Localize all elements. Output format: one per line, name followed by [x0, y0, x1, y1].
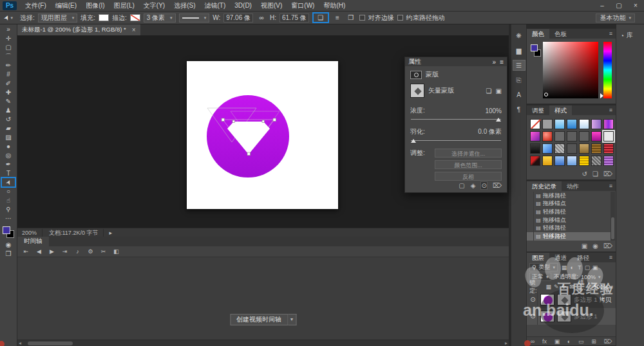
density-slider[interactable] [411, 119, 501, 120]
constrain-path-checkbox[interactable] [397, 15, 403, 21]
layer-fill-value[interactable]: 100% [593, 284, 608, 290]
style-swatch[interactable] [567, 131, 577, 141]
history-state-row[interactable]: ▤拖移路径 [527, 192, 611, 200]
color-cursor[interactable] [544, 93, 548, 96]
style-swatch[interactable] [603, 143, 614, 154]
density-value[interactable]: 100% [485, 107, 502, 114]
history-state-row[interactable]: ▤轻移路径 [527, 224, 611, 232]
style-swatch[interactable] [591, 119, 601, 129]
style-swatch[interactable] [542, 131, 553, 141]
split-clip-button[interactable]: ✂ [98, 248, 109, 255]
style-swatch[interactable] [542, 119, 553, 129]
new-snapshot-icon[interactable]: ◉ [592, 242, 598, 250]
menu-item[interactable]: 帮助(H) [319, 0, 350, 12]
menu-item[interactable]: 3D(D) [230, 0, 256, 12]
style-swatch[interactable] [579, 143, 589, 154]
menu-item[interactable]: 文字(Y) [139, 0, 169, 12]
style-swatch[interactable] [542, 156, 553, 166]
stroke-swatch[interactable] [130, 14, 140, 21]
status-arrow-icon[interactable]: ▸ [109, 230, 112, 236]
history-source-well[interactable] [527, 200, 534, 208]
close-button[interactable]: × [627, 0, 644, 12]
hue-slider-thumb[interactable] [600, 93, 603, 98]
swatches-panel-icon[interactable]: ❋ [513, 31, 525, 41]
layer-visibility-icon[interactable]: ⊙ [529, 291, 538, 308]
height-field[interactable]: 61.75 像 [279, 14, 309, 23]
play-button[interactable]: ▶ [46, 248, 57, 255]
delete-mask-icon[interactable]: ⌦ [493, 182, 502, 189]
tab-timeline[interactable]: 时间轴 [17, 237, 49, 246]
layer-visibility-icon[interactable]: ⊙ [529, 308, 538, 325]
path-selection-tool[interactable]: ➤ [2, 178, 15, 187]
color-panel-menu-icon[interactable]: ≡ [609, 29, 616, 39]
style-swatch[interactable] [579, 156, 589, 166]
path-arrangement-button[interactable]: ❐ [346, 14, 356, 21]
menu-item[interactable]: 图像(I) [81, 0, 109, 12]
history-state-row[interactable]: ▤轻移路径 [527, 232, 611, 241]
dodge-tool[interactable]: ◎ [2, 151, 15, 159]
lock-position-icon[interactable]: ✛ [560, 284, 568, 290]
path-alignment-button[interactable]: ≡ [332, 14, 343, 21]
path-operations-button[interactable]: ❏ [316, 14, 326, 21]
filter-pixel-layers-icon[interactable]: ▦ [560, 264, 568, 271]
paragraph-panel-icon[interactable]: ¶ [513, 105, 525, 114]
eraser-tool[interactable]: ▰ [2, 124, 15, 132]
menu-item[interactable]: 视图(V) [256, 0, 287, 12]
first-frame-button[interactable]: ⇤ [21, 248, 32, 255]
apply-mask-icon[interactable]: ◈ [471, 182, 476, 189]
load-selection-icon[interactable]: ▢ [459, 182, 464, 189]
hue-slider[interactable] [603, 42, 612, 98]
new-style-icon[interactable]: ❏ [592, 170, 598, 178]
style-swatch[interactable] [567, 156, 577, 166]
vector-mask-thumbnail[interactable] [557, 311, 571, 322]
blur-tool[interactable]: ● [2, 142, 15, 150]
vector-mask-thumbnail[interactable] [410, 84, 424, 98]
add-mask-icon[interactable]: ▣ [554, 338, 560, 345]
width-field[interactable]: 97.06 像 [223, 14, 253, 23]
pen-tool[interactable]: ✒ [2, 160, 15, 168]
clone-source-panel-icon[interactable]: ⎘ [513, 75, 525, 85]
zoom-tool[interactable]: ⚲ [2, 205, 15, 214]
scrollbar-thumb[interactable] [28, 341, 73, 345]
style-swatch[interactable] [530, 156, 540, 166]
filter-type-layers-icon[interactable]: T [576, 264, 583, 271]
menu-item[interactable]: 选择(S) [169, 0, 200, 12]
history-scrollbar[interactable] [611, 192, 615, 241]
filter-adjustment-layers-icon[interactable]: ◐ [568, 264, 576, 271]
style-swatch[interactable] [603, 156, 614, 166]
history-source-well[interactable] [527, 208, 534, 216]
delete-layer-icon[interactable]: ⌦ [603, 338, 612, 345]
history-source-well[interactable] [527, 232, 534, 241]
history-source-well[interactable] [527, 224, 534, 232]
scroll-left-icon[interactable]: ◂ [19, 340, 21, 346]
style-swatch[interactable] [554, 131, 565, 141]
feather-value[interactable]: 0.0 像素 [478, 127, 502, 136]
history-brush-tool[interactable]: ↺ [2, 115, 15, 123]
gradient-tool[interactable]: ▨ [2, 133, 15, 141]
color-gradient-field[interactable] [543, 42, 598, 98]
collapse-toolbar-icon[interactable]: » [2, 25, 15, 33]
tab-layers-0[interactable]: 图层 [527, 253, 549, 262]
adjust-button-2[interactable]: 反相 [435, 172, 502, 181]
previous-frame-button[interactable]: ◀ [33, 248, 44, 255]
style-swatch[interactable] [554, 143, 565, 154]
history-panel-menu-icon[interactable]: ≡ [609, 181, 616, 191]
lock-transparency-icon[interactable]: ▦ [545, 284, 553, 290]
type-tool[interactable]: T [2, 169, 15, 178]
brush-tool[interactable]: ✎ [2, 97, 15, 105]
select-mode-dropdown[interactable]: 现用图层▾ [38, 14, 78, 23]
feather-slider[interactable] [411, 140, 501, 141]
close-document-icon[interactable]: × [132, 26, 136, 33]
fill-dropdown-icon[interactable]: ▾ [611, 284, 613, 289]
adjustment-layer-icon[interactable]: ◐ [567, 338, 571, 345]
tool-preset-dropdown[interactable]: ➤▾ [4, 14, 13, 21]
maximize-button[interactable]: ▢ [611, 0, 627, 12]
screen-mode-button[interactable]: ❐ [2, 250, 15, 258]
eyedropper-tool[interactable]: ✐ [2, 79, 15, 87]
style-swatch[interactable] [603, 119, 614, 129]
adjust-button-0[interactable]: 选择并遮住... [435, 149, 502, 158]
history-state-row[interactable]: ▤拖移锚点 [527, 216, 611, 224]
character-panel-icon[interactable]: A [513, 90, 525, 100]
stroke-type-dropdown[interactable]: ▾ [179, 14, 210, 23]
tab-layers-1[interactable]: 通道 [549, 253, 572, 262]
